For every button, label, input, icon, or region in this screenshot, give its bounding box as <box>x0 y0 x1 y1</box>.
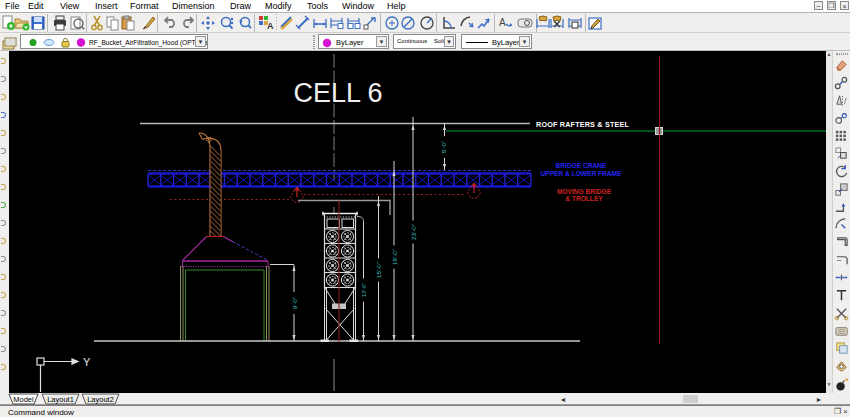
svg-text:& TROLLEY: & TROLLEY <box>565 195 603 202</box>
svg-text:Layout2: Layout2 <box>87 395 114 404</box>
svg-text:13′-6″: 13′-6″ <box>361 283 367 297</box>
svg-text:9′-0″: 9′-0″ <box>291 296 298 309</box>
svg-text:A: A <box>267 21 274 31</box>
svg-text:CELL 6: CELL 6 <box>293 78 382 108</box>
svg-text:Y: Y <box>83 356 91 368</box>
svg-text:15′-0″: 15′-0″ <box>375 261 382 278</box>
svg-text:Model: Model <box>13 395 34 404</box>
svg-text:A: A <box>499 17 506 28</box>
svg-text:Layout1: Layout1 <box>47 395 74 404</box>
svg-text:UPPER & LOWER FRAME: UPPER & LOWER FRAME <box>541 170 623 177</box>
svg-text:5′-0″: 5′-0″ <box>440 140 447 153</box>
svg-text:12: 12 <box>205 135 214 144</box>
svg-text:18′-0″: 18′-0″ <box>391 248 398 265</box>
svg-text:23′-0″: 23′-0″ <box>410 223 417 240</box>
svg-text:BRIDGE CRANE: BRIDGE CRANE <box>556 162 608 169</box>
svg-text:ROOF RAFTERS & STEEL: ROOF RAFTERS & STEEL <box>536 120 629 129</box>
svg-text:MOVING BRIDGE: MOVING BRIDGE <box>557 188 612 195</box>
